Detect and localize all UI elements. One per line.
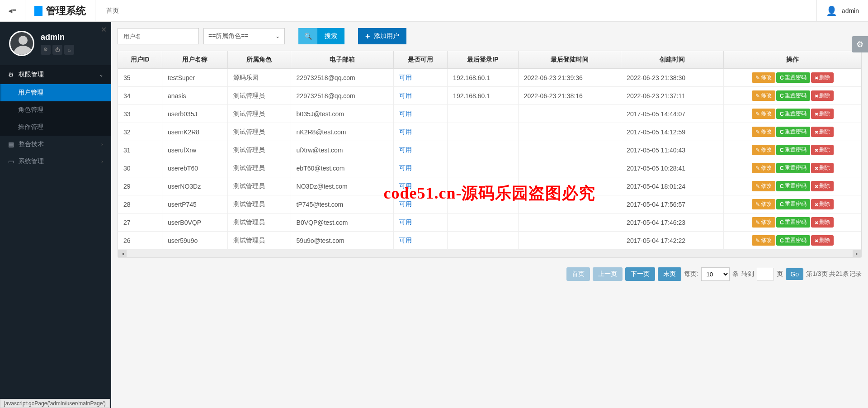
sidebar: ✕ admin ⚙ ⏻ ⌂ 权限管理 ⌄ 用户管理 角色管理 — [0, 22, 111, 408]
gear-icon[interactable]: ⚙ — [41, 45, 51, 55]
status-link[interactable]: 可用 — [399, 146, 412, 153]
delete-button[interactable]: 删除 — [811, 199, 834, 209]
column-header: 是否可用 — [394, 51, 448, 69]
user-table: 用户ID用户名称所属角色电子邮箱是否可用最后登录IP最后登陆时间创建时间操作 3… — [118, 51, 862, 258]
power-icon[interactable]: ⏻ — [52, 45, 62, 55]
status-link[interactable]: 可用 — [399, 200, 412, 208]
status-link[interactable]: 可用 — [399, 92, 412, 99]
table-row: 28usertP745测试管理员tP745@test.com可用2017-05-… — [118, 195, 861, 213]
gear-icon — [8, 71, 14, 78]
nav-menu: 权限管理 ⌄ 用户管理 角色管理 操作管理 整合技术 › 系统管理 › — [0, 65, 111, 170]
status-link[interactable]: 可用 — [399, 128, 412, 135]
goto-page-input[interactable] — [757, 268, 774, 280]
pencil-icon — [755, 237, 760, 244]
delete-button[interactable]: 删除 — [811, 181, 834, 191]
browser-statusbar: javascript:goPage('admin/user/mainPage') — [0, 399, 110, 408]
cogs-icon: ⚙ — [856, 39, 863, 49]
reset-password-button[interactable]: 重置密码 — [776, 145, 810, 155]
menu-permissions[interactable]: 权限管理 ⌄ — [0, 65, 111, 84]
delete-button[interactable]: 删除 — [811, 145, 834, 155]
search-button[interactable]: 搜索 — [317, 28, 344, 44]
pencil-icon — [755, 93, 760, 99]
search-icon-button[interactable] — [298, 28, 317, 44]
refresh-icon — [780, 147, 784, 153]
x-icon — [815, 201, 818, 208]
reset-password-button[interactable]: 重置密码 — [776, 127, 810, 137]
delete-button[interactable]: 删除 — [811, 127, 834, 137]
status-link[interactable]: 可用 — [399, 74, 412, 81]
edit-button[interactable]: 修改 — [752, 235, 775, 246]
column-header: 操作 — [724, 51, 861, 69]
reset-password-button[interactable]: 重置密码 — [776, 163, 810, 173]
table-row: 26user59u9o测试管理员59u9o@test.com可用2017-05-… — [118, 232, 861, 250]
pencil-icon — [755, 75, 760, 81]
topbar-username: admin — [842, 7, 859, 14]
menu-integration[interactable]: 整合技术 › — [0, 136, 111, 153]
page-last[interactable]: 末页 — [658, 267, 681, 281]
add-user-button[interactable]: + 添加用户 — [358, 28, 406, 44]
pencil-icon — [755, 219, 760, 226]
delete-button[interactable]: 删除 — [811, 163, 834, 173]
pencil-icon — [755, 147, 760, 153]
reset-password-button[interactable]: 重置密码 — [776, 72, 810, 83]
delete-button[interactable]: 删除 — [811, 217, 834, 228]
column-header: 所属角色 — [228, 51, 291, 69]
role-select[interactable]: ==所属角色== ⌄ — [203, 28, 285, 44]
edit-button[interactable]: 修改 — [752, 109, 775, 119]
sidebar-toggle[interactable]: ◂≡ — [0, 0, 25, 22]
sidebar-close-icon[interactable]: ✕ — [101, 25, 107, 34]
edit-button[interactable]: 修改 — [752, 163, 775, 173]
horizontal-scrollbar[interactable]: ◂ ▸ — [118, 250, 861, 258]
status-link[interactable]: 可用 — [399, 218, 412, 226]
search-icon — [304, 33, 312, 40]
submenu-operation-mgmt[interactable]: 操作管理 — [0, 119, 111, 136]
delete-button[interactable]: 删除 — [811, 90, 834, 101]
page-prev[interactable]: 上一页 — [593, 267, 623, 281]
refresh-icon — [780, 165, 784, 171]
status-link[interactable]: 可用 — [399, 110, 412, 117]
edit-button[interactable]: 修改 — [752, 90, 775, 101]
page-next[interactable]: 下一页 — [625, 267, 655, 281]
submenu-role-mgmt[interactable]: 角色管理 — [0, 101, 111, 119]
bars-icon — [8, 141, 14, 148]
table-row: 34anasis测试管理员229732518@qq.com可用192.168.6… — [118, 87, 861, 105]
table-row: 35testSuper源码乐园229732518@qq.com可用192.168… — [118, 69, 861, 87]
status-link[interactable]: 可用 — [399, 182, 412, 190]
reset-password-button[interactable]: 重置密码 — [776, 199, 810, 209]
edit-button[interactable]: 修改 — [752, 127, 775, 137]
reset-password-button[interactable]: 重置密码 — [776, 109, 810, 119]
reset-password-button[interactable]: 重置密码 — [776, 181, 810, 191]
submenu-user-mgmt[interactable]: 用户管理 — [0, 84, 111, 101]
table-row: 33userb035J测试管理员b035J@test.com可用2017-05-… — [118, 105, 861, 123]
delete-button[interactable]: 删除 — [811, 109, 834, 119]
x-icon — [815, 183, 818, 190]
edit-button[interactable]: 修改 — [752, 199, 775, 209]
username-input[interactable] — [118, 28, 199, 44]
user-menu[interactable]: 👤 admin — [816, 0, 868, 22]
delete-button[interactable]: 删除 — [811, 235, 834, 246]
scroll-left-icon[interactable]: ◂ — [118, 250, 127, 257]
edit-button[interactable]: 修改 — [752, 181, 775, 191]
table-row: 31userufXrw测试管理员ufXrw@test.com可用2017-05-… — [118, 141, 861, 159]
reset-password-button[interactable]: 重置密码 — [776, 235, 810, 246]
nav-home[interactable]: 首页 — [95, 0, 130, 22]
scroll-right-icon[interactable]: ▸ — [853, 250, 861, 257]
status-link[interactable]: 可用 — [399, 237, 412, 244]
home-icon[interactable]: ⌂ — [64, 45, 74, 55]
per-page-select[interactable]: 10 — [701, 267, 730, 281]
table-row: 27userB0VQP测试管理员B0VQP@test.com可用2017-05-… — [118, 213, 861, 232]
menu-system[interactable]: 系统管理 › — [0, 153, 111, 170]
edit-button[interactable]: 修改 — [752, 145, 775, 155]
plus-icon: + — [365, 32, 370, 41]
page-summary: 第1/3页 共21条记录 — [806, 270, 862, 278]
page-first[interactable]: 首页 — [566, 267, 590, 281]
edit-button[interactable]: 修改 — [752, 72, 775, 83]
reset-password-button[interactable]: 重置密码 — [776, 90, 810, 101]
edit-button[interactable]: 修改 — [752, 217, 775, 228]
go-button[interactable]: Go — [786, 268, 803, 280]
delete-button[interactable]: 删除 — [811, 72, 834, 83]
settings-drawer-toggle[interactable]: ⚙ — [852, 36, 868, 52]
status-link[interactable]: 可用 — [399, 164, 412, 171]
reset-password-button[interactable]: 重置密码 — [776, 217, 810, 228]
brand: 管理系统 — [25, 0, 95, 22]
